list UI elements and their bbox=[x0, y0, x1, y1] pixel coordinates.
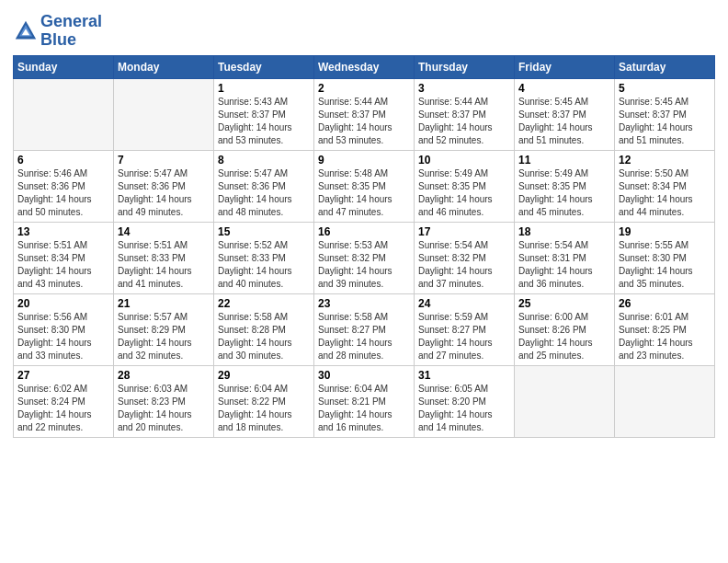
day-detail: Sunrise: 6:01 AMSunset: 8:25 PMDaylight:… bbox=[619, 311, 711, 362]
calendar-cell: 4Sunrise: 5:45 AMSunset: 8:37 PMDaylight… bbox=[515, 78, 615, 150]
weekday-header-wednesday: Wednesday bbox=[314, 55, 415, 78]
day-number: 15 bbox=[218, 225, 310, 238]
day-detail: Sunrise: 6:04 AMSunset: 8:21 PMDaylight:… bbox=[318, 383, 410, 434]
day-number: 30 bbox=[318, 369, 410, 382]
header: General Blue bbox=[13, 9, 715, 50]
day-number: 17 bbox=[418, 225, 510, 238]
calendar-cell: 7Sunrise: 5:47 AMSunset: 8:36 PMDaylight… bbox=[114, 150, 214, 222]
day-detail: Sunrise: 5:56 AMSunset: 8:30 PMDaylight:… bbox=[17, 311, 109, 362]
day-number: 1 bbox=[218, 82, 310, 95]
day-detail: Sunrise: 5:52 AMSunset: 8:33 PMDaylight:… bbox=[218, 239, 310, 291]
weekday-header-sunday: Sunday bbox=[14, 55, 114, 78]
day-detail: Sunrise: 5:55 AMSunset: 8:30 PMDaylight:… bbox=[619, 239, 711, 291]
calendar-week-row: 27Sunrise: 6:02 AMSunset: 8:24 PMDayligh… bbox=[14, 365, 715, 437]
calendar-cell bbox=[615, 365, 715, 437]
day-number: 18 bbox=[518, 225, 610, 238]
day-number: 11 bbox=[518, 154, 610, 167]
weekday-header-friday: Friday bbox=[515, 55, 615, 78]
day-detail: Sunrise: 6:00 AMSunset: 8:26 PMDaylight:… bbox=[518, 311, 610, 362]
day-number: 5 bbox=[619, 82, 711, 95]
calendar-cell: 31Sunrise: 6:05 AMSunset: 8:20 PMDayligh… bbox=[415, 365, 515, 437]
calendar-cell: 20Sunrise: 5:56 AMSunset: 8:30 PMDayligh… bbox=[14, 293, 114, 365]
logo-text-line1: General bbox=[40, 13, 102, 31]
calendar-cell: 26Sunrise: 6:01 AMSunset: 8:25 PMDayligh… bbox=[615, 293, 715, 365]
day-number: 27 bbox=[17, 369, 109, 382]
day-detail: Sunrise: 5:45 AMSunset: 8:37 PMDaylight:… bbox=[518, 96, 610, 147]
page: General Blue SundayMondayTuesdayWednesda… bbox=[0, 0, 728, 563]
calendar-cell: 16Sunrise: 5:53 AMSunset: 8:32 PMDayligh… bbox=[314, 222, 415, 293]
calendar-cell: 22Sunrise: 5:58 AMSunset: 8:28 PMDayligh… bbox=[214, 293, 314, 365]
day-number: 16 bbox=[318, 225, 410, 238]
weekday-header-thursday: Thursday bbox=[415, 55, 515, 78]
day-detail: Sunrise: 6:04 AMSunset: 8:22 PMDaylight:… bbox=[218, 383, 310, 434]
calendar-cell: 9Sunrise: 5:48 AMSunset: 8:35 PMDaylight… bbox=[314, 150, 415, 222]
calendar-cell: 28Sunrise: 6:03 AMSunset: 8:23 PMDayligh… bbox=[114, 365, 214, 437]
calendar-cell: 18Sunrise: 5:54 AMSunset: 8:31 PMDayligh… bbox=[515, 222, 615, 293]
calendar-header-row: SundayMondayTuesdayWednesdayThursdayFrid… bbox=[14, 55, 715, 78]
day-detail: Sunrise: 5:53 AMSunset: 8:32 PMDaylight:… bbox=[318, 239, 410, 291]
day-number: 9 bbox=[318, 154, 410, 167]
calendar-cell: 23Sunrise: 5:58 AMSunset: 8:27 PMDayligh… bbox=[314, 293, 415, 365]
day-detail: Sunrise: 5:47 AMSunset: 8:36 PMDaylight:… bbox=[118, 167, 210, 219]
weekday-header-saturday: Saturday bbox=[615, 55, 715, 78]
calendar-cell: 6Sunrise: 5:46 AMSunset: 8:36 PMDaylight… bbox=[14, 150, 114, 222]
day-detail: Sunrise: 6:05 AMSunset: 8:20 PMDaylight:… bbox=[418, 383, 510, 434]
day-number: 14 bbox=[118, 225, 210, 238]
day-detail: Sunrise: 6:02 AMSunset: 8:24 PMDaylight:… bbox=[17, 383, 109, 434]
calendar-cell: 11Sunrise: 5:49 AMSunset: 8:35 PMDayligh… bbox=[515, 150, 615, 222]
day-detail: Sunrise: 5:47 AMSunset: 8:36 PMDaylight:… bbox=[218, 167, 310, 219]
day-detail: Sunrise: 5:51 AMSunset: 8:33 PMDaylight:… bbox=[118, 239, 210, 291]
calendar-week-row: 6Sunrise: 5:46 AMSunset: 8:36 PMDaylight… bbox=[14, 150, 715, 222]
calendar-cell: 14Sunrise: 5:51 AMSunset: 8:33 PMDayligh… bbox=[114, 222, 214, 293]
day-detail: Sunrise: 5:45 AMSunset: 8:37 PMDaylight:… bbox=[619, 96, 711, 147]
day-detail: Sunrise: 5:50 AMSunset: 8:34 PMDaylight:… bbox=[619, 167, 711, 219]
calendar-cell bbox=[114, 78, 214, 150]
calendar-cell bbox=[515, 365, 615, 437]
logo: General Blue bbox=[13, 13, 102, 50]
calendar-cell: 15Sunrise: 5:52 AMSunset: 8:33 PMDayligh… bbox=[214, 222, 314, 293]
calendar-week-row: 13Sunrise: 5:51 AMSunset: 8:34 PMDayligh… bbox=[14, 222, 715, 293]
calendar: SundayMondayTuesdayWednesdayThursdayFrid… bbox=[13, 55, 715, 438]
day-detail: Sunrise: 5:46 AMSunset: 8:36 PMDaylight:… bbox=[17, 167, 109, 219]
day-detail: Sunrise: 5:49 AMSunset: 8:35 PMDaylight:… bbox=[518, 167, 610, 219]
calendar-cell: 29Sunrise: 6:04 AMSunset: 8:22 PMDayligh… bbox=[214, 365, 314, 437]
day-number: 24 bbox=[418, 297, 510, 310]
logo-icon bbox=[13, 18, 39, 44]
day-number: 12 bbox=[619, 154, 711, 167]
calendar-cell: 13Sunrise: 5:51 AMSunset: 8:34 PMDayligh… bbox=[14, 222, 114, 293]
calendar-cell: 25Sunrise: 6:00 AMSunset: 8:26 PMDayligh… bbox=[515, 293, 615, 365]
day-number: 25 bbox=[518, 297, 610, 310]
day-number: 19 bbox=[619, 225, 711, 238]
calendar-cell: 27Sunrise: 6:02 AMSunset: 8:24 PMDayligh… bbox=[14, 365, 114, 437]
calendar-cell: 17Sunrise: 5:54 AMSunset: 8:32 PMDayligh… bbox=[415, 222, 515, 293]
day-number: 8 bbox=[218, 154, 310, 167]
calendar-cell: 10Sunrise: 5:49 AMSunset: 8:35 PMDayligh… bbox=[415, 150, 515, 222]
day-detail: Sunrise: 5:44 AMSunset: 8:37 PMDaylight:… bbox=[418, 96, 510, 147]
day-number: 28 bbox=[118, 369, 210, 382]
day-number: 23 bbox=[318, 297, 410, 310]
logo-text-line2: Blue bbox=[40, 31, 102, 50]
day-number: 20 bbox=[17, 297, 109, 310]
day-detail: Sunrise: 5:43 AMSunset: 8:37 PMDaylight:… bbox=[218, 96, 310, 147]
day-number: 31 bbox=[418, 369, 510, 382]
day-detail: Sunrise: 5:58 AMSunset: 8:28 PMDaylight:… bbox=[218, 311, 310, 362]
day-number: 29 bbox=[218, 369, 310, 382]
day-detail: Sunrise: 5:44 AMSunset: 8:37 PMDaylight:… bbox=[318, 96, 410, 147]
day-number: 10 bbox=[418, 154, 510, 167]
day-detail: Sunrise: 5:54 AMSunset: 8:32 PMDaylight:… bbox=[418, 239, 510, 291]
calendar-week-row: 1Sunrise: 5:43 AMSunset: 8:37 PMDaylight… bbox=[14, 78, 715, 150]
calendar-cell: 21Sunrise: 5:57 AMSunset: 8:29 PMDayligh… bbox=[114, 293, 214, 365]
calendar-cell bbox=[14, 78, 114, 150]
day-number: 13 bbox=[17, 225, 109, 238]
calendar-cell: 5Sunrise: 5:45 AMSunset: 8:37 PMDaylight… bbox=[615, 78, 715, 150]
day-detail: Sunrise: 5:57 AMSunset: 8:29 PMDaylight:… bbox=[118, 311, 210, 362]
day-detail: Sunrise: 5:54 AMSunset: 8:31 PMDaylight:… bbox=[518, 239, 610, 291]
day-number: 3 bbox=[418, 82, 510, 95]
weekday-header-tuesday: Tuesday bbox=[214, 55, 314, 78]
day-detail: Sunrise: 5:48 AMSunset: 8:35 PMDaylight:… bbox=[318, 167, 410, 219]
calendar-cell: 19Sunrise: 5:55 AMSunset: 8:30 PMDayligh… bbox=[615, 222, 715, 293]
calendar-cell: 3Sunrise: 5:44 AMSunset: 8:37 PMDaylight… bbox=[415, 78, 515, 150]
day-number: 6 bbox=[17, 154, 109, 167]
calendar-cell: 1Sunrise: 5:43 AMSunset: 8:37 PMDaylight… bbox=[214, 78, 314, 150]
calendar-cell: 24Sunrise: 5:59 AMSunset: 8:27 PMDayligh… bbox=[415, 293, 515, 365]
